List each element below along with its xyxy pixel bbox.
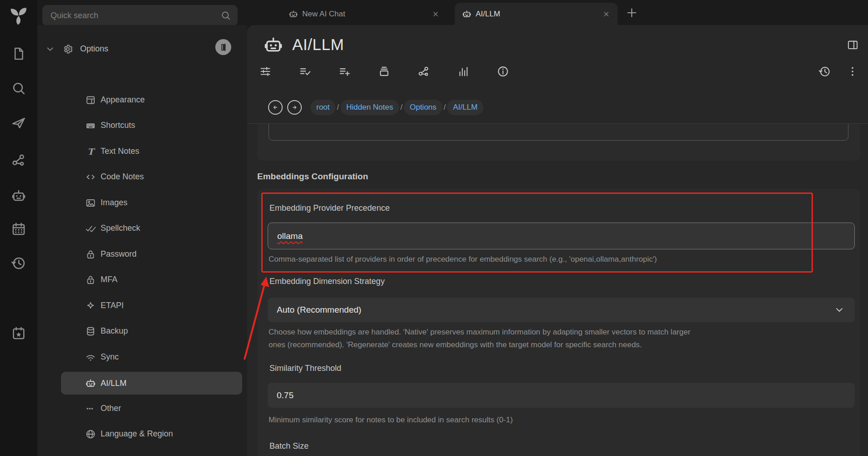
- split-panel-icon[interactable]: [847, 39, 859, 51]
- ribbon-bar: [247, 61, 868, 82]
- trilium-logo-icon: [9, 5, 29, 25]
- sidebar-item-appearance[interactable]: Appearance: [61, 91, 242, 109]
- sidebar-item-spellcheck[interactable]: Spellcheck: [61, 219, 242, 238]
- search-icon[interactable]: [220, 10, 231, 21]
- hide-tree-button[interactable]: [215, 39, 231, 55]
- embedding-model-card: Model used for generating embeddings (te…: [257, 123, 860, 161]
- note-map-icon[interactable]: [11, 152, 26, 168]
- ai-chat-icon[interactable]: [11, 188, 26, 203]
- close-tab-icon[interactable]: [602, 10, 610, 18]
- ellipsis-icon: [85, 403, 96, 414]
- similarity-threshold-input[interactable]: 0.75: [268, 383, 855, 408]
- sidebar-item-code-notes[interactable]: Code Notes: [61, 167, 242, 186]
- recent-changes-icon[interactable]: [11, 255, 26, 271]
- sidebar-item-images[interactable]: Images: [61, 193, 242, 212]
- dimension-strategy-label: Embedding Dimension Strategy: [269, 277, 385, 286]
- robot-icon: [85, 378, 96, 389]
- breadcrumb-item-root[interactable]: root: [310, 100, 335, 115]
- layout-icon: [85, 95, 96, 106]
- database-icon: [85, 326, 96, 337]
- sidebar-item-password[interactable]: Password: [61, 245, 242, 263]
- sidebar-item-text-notes[interactable]: TText Notes: [61, 142, 242, 161]
- note-map-icon[interactable]: [417, 65, 430, 78]
- double-check-icon: [85, 223, 96, 234]
- dimension-strategy-select[interactable]: Auto (Recommended): [268, 298, 855, 322]
- tab-new-ai-chat[interactable]: New AI Chat: [282, 3, 446, 25]
- provider-precedence-description: Comma-separated list of providers in ord…: [269, 255, 657, 264]
- provider-precedence-label: Embedding Provider Precedence: [269, 203, 390, 213]
- similarity-threshold-description: Minimum similarity score for notes to be…: [269, 415, 513, 425]
- similar-notes-icon[interactable]: [457, 65, 470, 78]
- sidebar-item-other[interactable]: Other: [61, 399, 242, 418]
- sidebar-item-ai-llm[interactable]: AI/LLM: [61, 372, 242, 395]
- keyboard-icon: [85, 120, 96, 131]
- sidebar-item-shortcuts[interactable]: Shortcuts: [61, 116, 242, 135]
- sidebar-item-language-region[interactable]: Language & Region: [61, 425, 242, 443]
- similarity-threshold-label: Similarity Threshold: [269, 364, 341, 373]
- breadcrumb-item-ai-llm[interactable]: AI/LLM: [447, 100, 483, 115]
- dimension-strategy-value: Auto (Recommended): [277, 305, 361, 315]
- sparkle-icon: [85, 300, 96, 311]
- search-icon[interactable]: [11, 81, 26, 96]
- globe-icon: [85, 429, 96, 440]
- breadcrumb-item-options[interactable]: Options: [404, 100, 442, 115]
- robot-icon: [462, 9, 472, 19]
- provider-precedence-value: ollama: [277, 231, 303, 241]
- day-note-icon[interactable]: [11, 325, 26, 341]
- similarity-threshold-value: 0.75: [277, 390, 294, 400]
- gear-icon: [62, 44, 73, 55]
- note-revisions-icon[interactable]: [818, 65, 831, 78]
- breadcrumb-separator: /: [442, 103, 447, 111]
- trilium-window: New AI Chat AI/LLM Quick search Options …: [0, 0, 868, 456]
- chevron-down-icon: [834, 304, 845, 315]
- note-detail-panel: AI/LLM root / Hidden Notes / Options / A…: [247, 25, 868, 456]
- sidebar-item-mfa[interactable]: MFA: [61, 270, 242, 289]
- provider-precedence-input[interactable]: ollama: [268, 223, 855, 249]
- image-icon: [85, 198, 96, 208]
- tab-ai-llm[interactable]: AI/LLM: [455, 3, 618, 25]
- options-scroll-area[interactable]: Model used for generating embeddings (te…: [247, 123, 868, 456]
- more-options-icon[interactable]: [846, 65, 859, 78]
- tab-label: New AI Chat: [302, 10, 345, 19]
- note-title[interactable]: AI/LLM: [292, 35, 344, 54]
- breadcrumb: root / Hidden Notes / Options / AI/LLM: [247, 96, 868, 119]
- calendar-icon[interactable]: [11, 221, 26, 237]
- forward-button[interactable]: [287, 100, 302, 115]
- text-icon: T: [85, 146, 96, 157]
- note-paths-icon[interactable]: [378, 65, 391, 78]
- chevron-down-icon[interactable]: [45, 44, 55, 54]
- new-note-icon[interactable]: [11, 46, 26, 61]
- sidebar-item-advanced[interactable]: Advanced: [61, 451, 242, 456]
- tab-label: AI/LLM: [476, 10, 500, 19]
- sidebar-item-backup[interactable]: Backup: [61, 322, 242, 340]
- quick-search-placeholder: Quick search: [51, 11, 220, 20]
- quick-search-input[interactable]: Quick search: [42, 5, 238, 26]
- robot-icon: [289, 9, 298, 19]
- robot-icon: [263, 35, 284, 55]
- wifi-icon: [85, 352, 96, 363]
- lock-icon: [85, 274, 96, 285]
- dimension-strategy-description-line1: Choose how embeddings are handled. 'Nati…: [269, 328, 690, 337]
- note-info-icon[interactable]: [497, 65, 509, 78]
- tree-item-label: Options: [80, 44, 108, 54]
- basic-properties-icon[interactable]: [259, 65, 272, 78]
- breadcrumb-item-hidden-notes[interactable]: Hidden Notes: [340, 100, 399, 115]
- dimension-strategy-description-line2: ones (recommended). 'Regenerate' creates…: [269, 340, 642, 350]
- new-tab-button[interactable]: [625, 6, 638, 19]
- sidebar-item-sync[interactable]: Sync: [61, 348, 242, 366]
- embedding-model-hint-box: Model used for generating embeddings (te…: [269, 123, 848, 141]
- sidebar-item-etapi[interactable]: ETAPI: [61, 296, 242, 315]
- lock-icon: [85, 249, 96, 260]
- launcher-bar: [0, 0, 37, 456]
- section-heading: Embeddings Configuration: [257, 172, 368, 182]
- batch-size-label: Batch Size: [269, 441, 309, 451]
- code-icon: [85, 172, 96, 182]
- breadcrumb-separator: /: [399, 103, 404, 111]
- owned-attributes-icon[interactable]: [299, 65, 311, 78]
- close-tab-icon[interactable]: [431, 10, 440, 18]
- note-tree-pane: Options Appearance Shortcuts TText Notes…: [37, 25, 247, 456]
- breadcrumb-separator: /: [335, 103, 340, 111]
- back-button[interactable]: [268, 100, 283, 115]
- jump-to-note-icon[interactable]: [11, 115, 26, 131]
- inherited-attributes-icon[interactable]: [338, 65, 351, 78]
